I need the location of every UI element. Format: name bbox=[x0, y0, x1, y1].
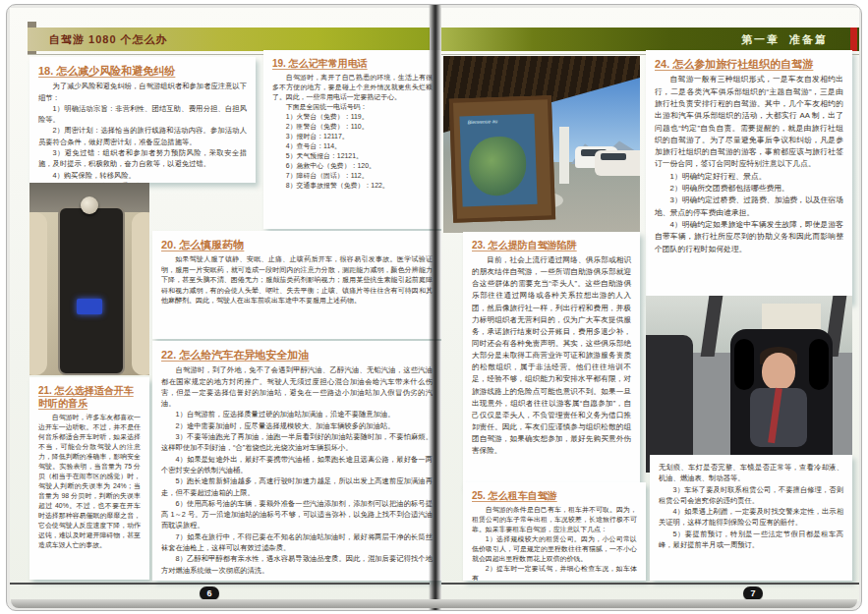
seat-wing-shape bbox=[734, 339, 754, 390]
list-item: 5）跑长途前新鲜油越多，高速行驶时加速力越足，所以出发上高速前应加满油再走，但不… bbox=[161, 475, 433, 498]
center-console-shape bbox=[58, 206, 125, 375]
section-18: 18. 怎么减少风险和避免纠纷 为了减少风险和避免纠纷，自驾游组织者和参加者应注… bbox=[29, 57, 256, 183]
section-25-title: 25. 怎么租车自驾游 bbox=[472, 489, 637, 502]
book-title: 自驾游 1080 个怎么办 bbox=[28, 28, 430, 51]
list-item: 1）自驾游前，应选择质量过硬的加油站加满油，沿途不要随意加油。 bbox=[161, 409, 433, 419]
page-number-badge: 6 bbox=[200, 586, 219, 600]
book-spine bbox=[429, 5, 441, 610]
chapter-title: 第一章 准备篇 bbox=[441, 28, 859, 51]
section-25-right: 无划痕、车灯是否完整、车镜是否正常等，查看冷却液、机油、燃油表、制动器等。 3）… bbox=[650, 455, 852, 581]
page-number-badge: 7 bbox=[743, 586, 763, 600]
child-head-shape bbox=[762, 353, 795, 390]
seat-wing-shape bbox=[809, 339, 829, 390]
paragraph: 为了减少风险和避免纠纷，自驾游组织者和参加者应注意以下细节： bbox=[38, 81, 247, 103]
list-item: 4）明确约定如果旅途中车辆发生故障，即使是游客自带车辆，旅行社所应尽到的协助义务… bbox=[655, 219, 843, 255]
left-header-bar: 自驾游 1080 个怎么办 bbox=[28, 28, 430, 51]
seat-shape bbox=[132, 212, 149, 375]
list-item: 8）交通事故报警（免费）：122。 bbox=[272, 181, 433, 191]
page-edge-strip bbox=[11, 599, 857, 608]
car-shape bbox=[595, 150, 640, 176]
list-item: 3）明确约定过桥费、过路费、加油费，以及住宿场地、景点的停车费由谁承担。 bbox=[655, 195, 843, 219]
map-sign-photo: Bienvenue au bbox=[443, 56, 640, 233]
section-24: 24. 怎么参加旅行社组织的自驾游 自驾游一般有三种组织形式，一是车友自发相约出… bbox=[646, 50, 852, 303]
part-label: 准备篇 bbox=[789, 33, 828, 45]
list-item: 4）如果是短途外出，最好不要携带汽油桶，如果跑长途且远离公路，最好备一两个密封安… bbox=[161, 454, 433, 476]
list-item: 4）查号台：114。 bbox=[272, 141, 433, 151]
paragraph: 如果驾驶人服了镇静、安眠、止痛、止咳药后开车，很容易引发事故。医学试验证明，服用… bbox=[161, 254, 433, 307]
footer-rule bbox=[441, 583, 859, 585]
list-item: 1）火警台（免费）：119。 bbox=[272, 112, 433, 122]
list-item: 3）车坏了要及时联系租赁公司，不要擅自修理，否则租赁公司会追究你的违约责任。 bbox=[659, 484, 843, 507]
seatback-shape bbox=[646, 335, 693, 473]
section-22: 22. 怎么给汽车在异地安全加油 自驾游时，到了外地，免不了会遇到甲醇汽油、乙醇… bbox=[152, 341, 441, 581]
pillar-shape bbox=[559, 127, 569, 184]
map-board-shape: Bienvenue au bbox=[449, 95, 555, 223]
list-item: 5）要提前预订，特别是一些法定节假日都是租车高峰，最好提前半月或一周预订。 bbox=[659, 529, 843, 551]
list-item: 7）如果在旅行中，不得已要在不知名的加油站加油时，最好将两层干净的长筒丝袜套在油… bbox=[161, 531, 433, 554]
section-23: 23. 怎么提防自驾游陷阱 目前，社会上流行通过网络、俱乐部或相识的朋友结伴自驾… bbox=[463, 232, 640, 487]
list-item: 6）急救中心（免费）：120。 bbox=[272, 161, 433, 171]
list-item: 2）途中需要加油时，应尽量选择规模较大、加油车辆较多的加油站。 bbox=[161, 420, 433, 431]
section-23-title: 23. 怎么提防自驾游陷阱 bbox=[472, 239, 631, 251]
paragraph: 自驾游时，到了外地，免不了会遇到甲醇汽油、乙醇汽油、无铅汽油，这些汽油都在国家规… bbox=[161, 364, 433, 409]
section-18-title: 18. 怎么减少风险和避免纠纷 bbox=[38, 64, 247, 78]
paragraph: 下面是全国统一电话号码： bbox=[272, 102, 433, 112]
section-21-title: 21. 怎么选择适合开车时听的音乐 bbox=[38, 384, 141, 410]
list-item: 3）不要等油跑光了再加油，油跑一半后看到好的加油站要随时加，不要怕麻烦。这样即使… bbox=[161, 431, 433, 454]
paragraph: 自驾游的条件是自己有车，租车并不可取。因为，租赁公司的车子常年出租，车况较差，长… bbox=[472, 505, 637, 534]
section-25-left: 25. 怎么租车自驾游 自驾游的条件是自己有车，租车并不可取。因为，租赁公司的车… bbox=[463, 482, 646, 581]
list-item: 5）天气预报台：12121。 bbox=[272, 151, 433, 161]
list-item: 1）选择规模较大的租赁公司。因为，小公司常以低价吸引人，可是规定的里程数往往有猫… bbox=[472, 534, 637, 564]
console-screen-shape bbox=[77, 299, 102, 314]
section-20-title: 20. 怎么慎服药物 bbox=[161, 238, 433, 251]
header-red-mark bbox=[850, 28, 857, 51]
chapter-label: 第一章 bbox=[741, 33, 780, 45]
page-left: 自驾游 1080 个怎么办 18. 怎么减少风险和避免纠纷 为了减少风险和避免纠… bbox=[10, 8, 430, 601]
paragraph: 自驾游一般有三种组织形式，一是车友自发相约出行，二是各类汽车俱乐部组织的“主题自… bbox=[655, 74, 843, 171]
footer-rule bbox=[10, 583, 430, 585]
paragraph: 目前，社会上流行通过网络、俱乐部或相识的朋友结伴自驾游，一些所谓自助游俱乐部就迎… bbox=[472, 254, 631, 457]
map-terrain-shape bbox=[468, 136, 527, 196]
list-item: 4）如果遇上剐蹭，一定要及时找交警来定性，出示相关证明，这样才能得到保险公司应有… bbox=[659, 506, 843, 529]
list-item: 3）报时台：12117。 bbox=[272, 132, 433, 141]
list-item: 1）明确约定好行程、景点。 bbox=[655, 171, 843, 183]
section-22-title: 22. 怎么给汽车在异地安全加油 bbox=[161, 348, 433, 362]
list-item: 1）明确活动宗旨：非营利性、团结互助、费用分担、自担风险等。 bbox=[38, 103, 247, 126]
seat-shape bbox=[29, 212, 47, 375]
section-21: 21. 怎么选择适合开车时听的音乐 自驾游时，许多车友都喜欢一边开车一边听歌。不… bbox=[29, 377, 149, 580]
list-item: 2）提车时一定要试驾，并细心检查车况，如车体有 bbox=[472, 564, 637, 581]
list-item: 6）使用高标号油的车辆，要额外准备一些汽油添加剂，添加剂可以把油的标号提高 1～… bbox=[161, 498, 433, 531]
right-header-bar: 第一章 准备篇 bbox=[441, 28, 859, 51]
gear-console-photo bbox=[29, 183, 149, 375]
list-item: 3）避免过错：组织者和参加者努力预防风险，采取安全措施，及时提示，积极救助，奋力… bbox=[38, 147, 247, 170]
map-sign-text: Bienvenue au bbox=[468, 118, 498, 125]
list-item: 7）障碍台（固话）：112。 bbox=[272, 171, 433, 181]
car-window-shape bbox=[601, 153, 626, 160]
list-item: 8）乙醇和甲醇都有亲水性，遇水容易导致油品变质。因此，混加后要记得找个地方对燃油… bbox=[161, 553, 433, 576]
paragraph: 自驾游时，许多车友都喜欢一边开车一边听歌。不过，并不是任何音乐都适合开车时听，如… bbox=[38, 413, 141, 550]
book-spread: 自驾游 1080 个怎么办 18. 怎么减少风险和避免纠纷 为了减少风险和避免纠… bbox=[6, 4, 862, 611]
list-item: 4）购买保险，转移风险。 bbox=[38, 170, 247, 181]
section-20: 20. 怎么慎服药物 如果驾驶人服了镇静、安眠、止痛、止咳药后开车，很容易引发事… bbox=[152, 231, 441, 339]
section-19: 19. 怎么记牢常用电话 自驾游时，离开了自己熟悉的环境，生活上有很多不方便的地… bbox=[263, 50, 441, 229]
gear-knob-shape bbox=[81, 196, 98, 214]
section-24-title: 24. 怎么参加旅行社组织的自驾游 bbox=[655, 57, 843, 71]
list-item: 2）明确所交团费都包括哪些费用。 bbox=[655, 183, 843, 195]
page-right: 第一章 准备篇 Bienvenue au 24. 怎么参加旅行社组织的自驾游 自… bbox=[441, 8, 859, 601]
map-shape: Bienvenue au bbox=[459, 114, 537, 207]
list-item: 2）匪警台（免费）：110。 bbox=[272, 122, 433, 132]
section-19-title: 19. 怎么记牢常用电话 bbox=[272, 57, 433, 70]
paragraph: 自驾游时，离开了自己熟悉的环境，生活上有很多不方便的地方，要是碰上个意外情况就更… bbox=[272, 73, 433, 102]
list-item: 2）周密计划：选择恰当的旅行线路和活动内容。参加活动人员要符合条件，做好周密计划… bbox=[38, 125, 247, 147]
child-carseat-photo bbox=[646, 296, 852, 473]
paragraph: 无划痕、车灯是否完整、车镜是否正常等，查看冷却液、机油、燃油表、制动器等。 bbox=[659, 462, 843, 484]
